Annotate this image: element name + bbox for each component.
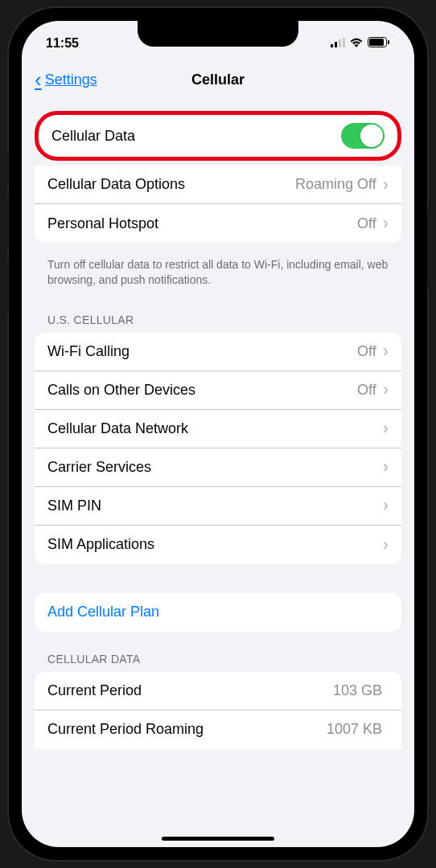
- add-plan-label: Add Cellular Plan: [47, 604, 389, 620]
- group-footer: Turn off cellular data to restrict all d…: [22, 252, 414, 302]
- chevron-right-icon: ›: [383, 495, 389, 516]
- svg-rect-5: [369, 39, 384, 46]
- row-value: Off: [357, 382, 376, 399]
- row-value: 1007 KB: [327, 721, 382, 738]
- carrier-group: Wi-Fi Calling Off › Calls on Other Devic…: [35, 333, 401, 564]
- row-label: SIM PIN: [47, 497, 383, 514]
- row-label: Carrier Services: [47, 459, 383, 476]
- notch: [138, 21, 298, 47]
- chevron-right-icon: ›: [383, 379, 389, 400]
- chevron-right-icon: ›: [383, 534, 389, 555]
- sim-applications-row[interactable]: SIM Applications ›: [35, 526, 401, 564]
- nav-bar: ‹ Settings Cellular: [22, 59, 414, 100]
- highlight-annotation: Cellular Data: [35, 111, 401, 161]
- sim-pin-row[interactable]: SIM PIN ›: [35, 487, 401, 526]
- add-plan-group: Add Cellular Plan: [35, 593, 401, 632]
- cellular-data-toggle[interactable]: [341, 123, 385, 149]
- row-label: SIM Applications: [47, 536, 383, 553]
- row-value: Off: [357, 343, 376, 360]
- volume-up-button: [6, 198, 9, 249]
- svg-rect-1: [335, 42, 337, 47]
- cellular-data-row[interactable]: Cellular Data: [39, 115, 397, 157]
- cellular-settings-group: Cellular Data Options Roaming Off › Pers…: [35, 166, 401, 243]
- phone-frame: 11:55 ‹ Settings Cellular: [9, 8, 427, 860]
- carrier-services-row[interactable]: Carrier Services ›: [35, 448, 401, 487]
- row-label: Cellular Data Network: [47, 420, 383, 437]
- svg-rect-0: [331, 44, 333, 47]
- current-period-roaming-row[interactable]: Current Period Roaming 1007 KB: [35, 710, 401, 749]
- row-label: Calls on Other Devices: [47, 382, 357, 399]
- current-period-row[interactable]: Current Period 103 GB: [35, 672, 401, 710]
- wifi-calling-row[interactable]: Wi-Fi Calling Off ›: [35, 333, 401, 371]
- cellular-data-label: Cellular Data: [51, 128, 341, 145]
- svg-rect-2: [339, 39, 341, 47]
- svg-rect-3: [343, 38, 345, 47]
- home-indicator[interactable]: [162, 837, 274, 841]
- calls-other-devices-row[interactable]: Calls on Other Devices Off ›: [35, 371, 401, 410]
- back-button[interactable]: ‹ Settings: [35, 68, 97, 92]
- row-value: 103 GB: [333, 682, 382, 699]
- wifi-icon: [349, 36, 364, 51]
- content[interactable]: Cellular Data Cellular Data Options Roam…: [22, 100, 414, 749]
- power-button: [427, 209, 430, 289]
- usage-section-header: CELLULAR DATA: [22, 641, 414, 672]
- row-label: Current Period: [47, 682, 333, 699]
- chevron-right-icon: ›: [383, 174, 389, 195]
- status-time: 11:55: [46, 36, 79, 51]
- row-label: Current Period Roaming: [47, 721, 327, 738]
- row-label: Personal Hotspot: [47, 215, 357, 232]
- page-title: Cellular: [191, 72, 245, 88]
- volume-down-button: [6, 262, 9, 313]
- chevron-right-icon: ›: [383, 418, 389, 439]
- row-label: Wi-Fi Calling: [47, 343, 357, 360]
- add-cellular-plan-row[interactable]: Add Cellular Plan: [35, 593, 401, 632]
- battery-icon: [368, 36, 390, 51]
- back-label: Settings: [45, 72, 97, 88]
- chevron-right-icon: ›: [383, 457, 389, 477]
- mute-switch: [6, 153, 9, 182]
- row-value: Off: [357, 215, 376, 232]
- cellular-data-options-row[interactable]: Cellular Data Options Roaming Off ›: [35, 166, 401, 204]
- chevron-right-icon: ›: [383, 213, 389, 234]
- personal-hotspot-row[interactable]: Personal Hotspot Off ›: [35, 204, 401, 243]
- cellular-signal-icon: [331, 36, 345, 51]
- cellular-data-network-row[interactable]: Cellular Data Network ›: [35, 410, 401, 448]
- chevron-right-icon: ›: [383, 341, 389, 362]
- svg-rect-6: [388, 40, 389, 44]
- screen: 11:55 ‹ Settings Cellular: [22, 21, 414, 847]
- carrier-section-header: U.S. CELLULAR: [22, 302, 414, 333]
- usage-group: Current Period 103 GB Current Period Roa…: [35, 672, 401, 749]
- row-label: Cellular Data Options: [47, 176, 295, 193]
- chevron-left-icon: ‹: [35, 68, 42, 92]
- row-value: Roaming Off: [295, 176, 376, 193]
